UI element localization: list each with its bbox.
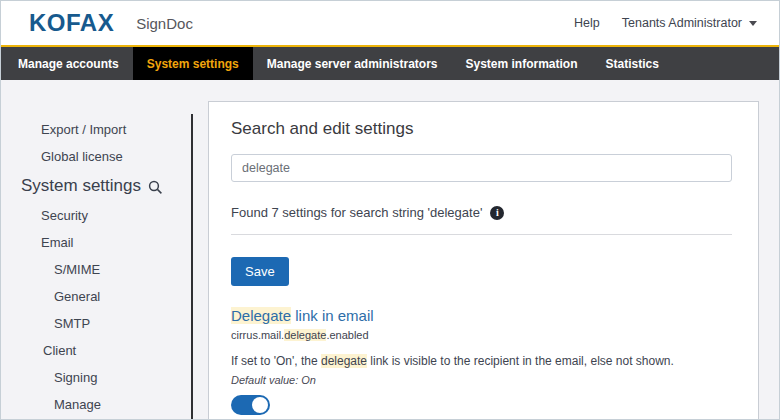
setting-desc-before: If set to 'On', the [231,354,321,368]
tab-manage-accounts[interactable]: Manage accounts [4,47,133,80]
search-result-row: Found 7 settings for search string 'dele… [231,205,732,220]
toggle-knob [252,397,268,413]
page-title: Search and edit settings [231,119,732,139]
setting-title-highlight: Delegate [231,307,291,324]
sidebar: Export / Import Global license System se… [1,80,192,420]
sidebar-item-email[interactable]: Email [1,229,192,256]
main-nav: Manage accounts System settings Manage s… [1,47,779,80]
product-name: SignDoc [136,15,193,32]
setting-description: If set to 'On', the delegate link is vis… [231,354,732,368]
sidebar-item-client[interactable]: Client [1,337,192,364]
sidebar-item-manage[interactable]: Manage [1,391,192,418]
sidebar-system-settings-label: System settings [21,170,141,202]
sidebar-item-system-settings[interactable]: System settings [1,170,192,202]
user-menu-label: Tenants Administrator [622,16,742,30]
help-link[interactable]: Help [574,16,600,30]
tab-statistics[interactable]: Statistics [592,47,673,80]
tab-system-settings[interactable]: System settings [133,47,253,80]
settings-search-input[interactable] [231,154,732,182]
header-right: Help Tenants Administrator [574,16,757,30]
tab-manage-server-administrators[interactable]: Manage server administrators [253,47,452,80]
info-icon[interactable]: i [490,206,504,220]
setting-key-after: .enabled [326,329,368,341]
sidebar-separator [191,114,193,420]
setting-desc-after: link is visible to the recipient in the … [367,354,674,368]
sidebar-item-smime[interactable]: S/MIME [1,256,192,283]
app-header: KOFAX SignDoc Help Tenants Administrator [1,1,779,45]
tab-system-information[interactable]: System information [452,47,592,80]
search-icon [148,180,163,195]
user-menu[interactable]: Tenants Administrator [622,16,757,30]
kofax-logo: KOFAX [29,11,114,35]
chevron-down-icon [749,21,757,26]
page-body: Export / Import Global license System se… [1,80,779,420]
default-value-label: Default value: On [231,374,732,386]
search-result-text: Found 7 settings for search string 'dele… [231,205,482,220]
setting-key-before: cirrus.mail. [231,329,284,341]
sidebar-item-smtp[interactable]: SMTP [1,310,192,337]
settings-card: Search and edit settings Found 7 setting… [208,101,759,420]
sidebar-item-export-import[interactable]: Export / Import [1,116,192,143]
setting-delegate-link: Delegate link in email cirrus.mail.deleg… [231,307,732,415]
setting-key: cirrus.mail.delegate.enabled [231,329,732,341]
app-window: KOFAX SignDoc Help Tenants Administrator… [0,0,780,420]
save-button[interactable]: Save [231,257,289,286]
setting-title-rest: link in email [291,307,374,324]
sidebar-item-signing[interactable]: Signing [1,364,192,391]
sidebar-item-general[interactable]: General [1,283,192,310]
setting-toggle[interactable] [231,395,270,415]
sidebar-item-security[interactable]: Security [1,202,192,229]
setting-desc-highlight: delegate [321,354,367,368]
setting-key-highlight: delegate [284,329,326,341]
setting-title-link[interactable]: Delegate link in email [231,307,374,324]
divider [231,234,732,235]
sidebar-item-global-license[interactable]: Global license [1,143,192,170]
